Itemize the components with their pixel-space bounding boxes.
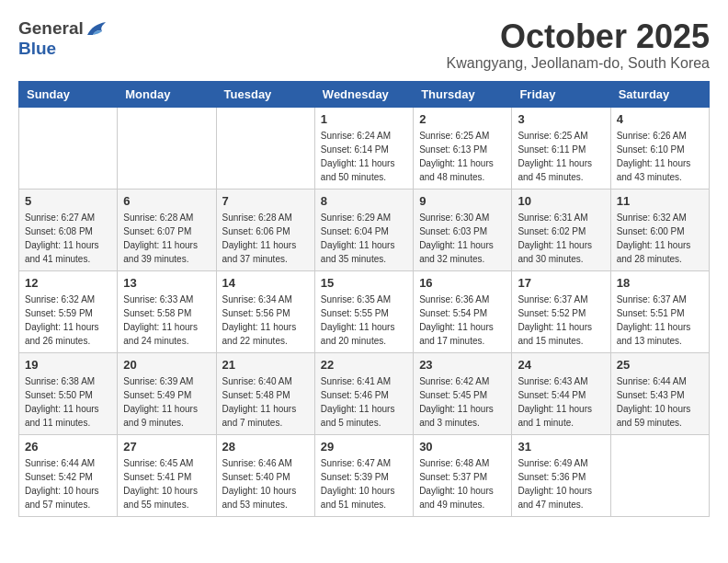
calendar-header-row: SundayMondayTuesdayWednesdayThursdayFrid…	[19, 81, 710, 107]
calendar-cell: 18Sunrise: 6:37 AM Sunset: 5:51 PM Dayli…	[610, 270, 709, 352]
day-number: 26	[25, 440, 111, 454]
day-info: Sunrise: 6:38 AM Sunset: 5:50 PM Dayligh…	[25, 374, 111, 430]
calendar-cell: 24Sunrise: 6:43 AM Sunset: 5:44 PM Dayli…	[512, 352, 610, 434]
day-info: Sunrise: 6:40 AM Sunset: 5:48 PM Dayligh…	[222, 374, 309, 430]
day-number: 12	[25, 276, 111, 290]
day-info: Sunrise: 6:26 AM Sunset: 6:10 PM Dayligh…	[617, 129, 703, 184]
day-number: 11	[617, 194, 703, 208]
day-number: 6	[123, 194, 210, 208]
day-number: 8	[321, 194, 407, 208]
day-info: Sunrise: 6:32 AM Sunset: 5:59 PM Dayligh…	[25, 293, 111, 348]
day-number: 4	[617, 112, 703, 126]
calendar-cell	[118, 107, 216, 189]
day-info: Sunrise: 6:48 AM Sunset: 5:37 PM Dayligh…	[419, 456, 506, 511]
logo-blue-text: Blue	[18, 39, 56, 59]
day-number: 25	[617, 358, 703, 372]
day-number: 16	[419, 276, 506, 290]
day-info: Sunrise: 6:37 AM Sunset: 5:51 PM Dayligh…	[617, 293, 703, 348]
day-number: 29	[321, 440, 407, 454]
day-info: Sunrise: 6:27 AM Sunset: 6:08 PM Dayligh…	[25, 211, 111, 266]
calendar-cell: 5Sunrise: 6:27 AM Sunset: 6:08 PM Daylig…	[19, 189, 118, 270]
calendar-header-sunday: Sunday	[19, 81, 118, 107]
day-number: 20	[123, 358, 210, 372]
day-info: Sunrise: 6:44 AM Sunset: 5:43 PM Dayligh…	[617, 374, 703, 430]
calendar-cell: 14Sunrise: 6:34 AM Sunset: 5:56 PM Dayli…	[216, 270, 314, 352]
calendar-cell: 10Sunrise: 6:31 AM Sunset: 6:02 PM Dayli…	[512, 189, 610, 270]
day-number: 7	[222, 194, 309, 208]
day-number: 30	[419, 440, 506, 454]
calendar-header-thursday: Thursday	[414, 81, 512, 107]
title-area: October 2025 Kwangyang, Jeollanam-do, So…	[447, 18, 710, 72]
day-number: 2	[419, 112, 506, 126]
calendar-table: SundayMondayTuesdayWednesdayThursdayFrid…	[18, 81, 710, 517]
calendar-cell: 26Sunrise: 6:44 AM Sunset: 5:42 PM Dayli…	[19, 434, 118, 516]
logo: General Blue	[18, 18, 106, 59]
day-info: Sunrise: 6:37 AM Sunset: 5:52 PM Dayligh…	[518, 293, 604, 348]
day-number: 22	[321, 358, 407, 372]
day-number: 9	[419, 194, 506, 208]
day-number: 14	[222, 276, 309, 290]
day-info: Sunrise: 6:25 AM Sunset: 6:13 PM Dayligh…	[419, 129, 506, 184]
day-number: 23	[419, 358, 506, 372]
calendar-cell: 8Sunrise: 6:29 AM Sunset: 6:04 PM Daylig…	[314, 189, 413, 270]
calendar-cell: 31Sunrise: 6:49 AM Sunset: 5:36 PM Dayli…	[512, 434, 610, 516]
day-number: 13	[123, 276, 210, 290]
day-info: Sunrise: 6:46 AM Sunset: 5:40 PM Dayligh…	[222, 456, 309, 511]
calendar-cell: 21Sunrise: 6:40 AM Sunset: 5:48 PM Dayli…	[216, 352, 314, 434]
day-number: 28	[222, 440, 309, 454]
logo-bird-icon	[85, 20, 106, 37]
day-info: Sunrise: 6:44 AM Sunset: 5:42 PM Dayligh…	[25, 456, 111, 511]
day-info: Sunrise: 6:39 AM Sunset: 5:49 PM Dayligh…	[123, 374, 210, 430]
calendar-cell: 16Sunrise: 6:36 AM Sunset: 5:54 PM Dayli…	[414, 270, 512, 352]
calendar-cell: 28Sunrise: 6:46 AM Sunset: 5:40 PM Dayli…	[216, 434, 314, 516]
day-number: 19	[25, 358, 111, 372]
calendar-week-row: 1Sunrise: 6:24 AM Sunset: 6:14 PM Daylig…	[19, 107, 710, 189]
day-info: Sunrise: 6:32 AM Sunset: 6:00 PM Dayligh…	[617, 211, 703, 266]
calendar-cell	[610, 434, 709, 516]
calendar-cell: 15Sunrise: 6:35 AM Sunset: 5:55 PM Dayli…	[314, 270, 413, 352]
day-info: Sunrise: 6:33 AM Sunset: 5:58 PM Dayligh…	[123, 293, 210, 348]
day-info: Sunrise: 6:45 AM Sunset: 5:41 PM Dayligh…	[123, 456, 210, 511]
day-info: Sunrise: 6:24 AM Sunset: 6:14 PM Dayligh…	[321, 129, 407, 184]
day-info: Sunrise: 6:28 AM Sunset: 6:06 PM Dayligh…	[222, 211, 309, 266]
calendar-cell: 30Sunrise: 6:48 AM Sunset: 5:37 PM Dayli…	[414, 434, 512, 516]
day-info: Sunrise: 6:31 AM Sunset: 6:02 PM Dayligh…	[518, 211, 604, 266]
day-info: Sunrise: 6:49 AM Sunset: 5:36 PM Dayligh…	[518, 456, 604, 511]
day-number: 17	[518, 276, 604, 290]
day-number: 18	[617, 276, 703, 290]
calendar-cell	[19, 107, 118, 189]
day-info: Sunrise: 6:29 AM Sunset: 6:04 PM Dayligh…	[321, 211, 407, 266]
calendar-cell: 22Sunrise: 6:41 AM Sunset: 5:46 PM Dayli…	[314, 352, 413, 434]
page-header: General Blue October 2025 Kwangyang, Jeo…	[18, 18, 710, 72]
day-number: 24	[518, 358, 604, 372]
day-number: 21	[222, 358, 309, 372]
calendar-cell: 19Sunrise: 6:38 AM Sunset: 5:50 PM Dayli…	[19, 352, 118, 434]
day-info: Sunrise: 6:25 AM Sunset: 6:11 PM Dayligh…	[518, 129, 604, 184]
day-info: Sunrise: 6:30 AM Sunset: 6:03 PM Dayligh…	[419, 211, 506, 266]
calendar-cell: 4Sunrise: 6:26 AM Sunset: 6:10 PM Daylig…	[610, 107, 709, 189]
calendar-cell: 23Sunrise: 6:42 AM Sunset: 5:45 PM Dayli…	[414, 352, 512, 434]
calendar-cell: 3Sunrise: 6:25 AM Sunset: 6:11 PM Daylig…	[512, 107, 610, 189]
day-info: Sunrise: 6:28 AM Sunset: 6:07 PM Dayligh…	[123, 211, 210, 266]
day-info: Sunrise: 6:36 AM Sunset: 5:54 PM Dayligh…	[419, 293, 506, 348]
calendar-cell: 7Sunrise: 6:28 AM Sunset: 6:06 PM Daylig…	[216, 189, 314, 270]
calendar-cell: 2Sunrise: 6:25 AM Sunset: 6:13 PM Daylig…	[414, 107, 512, 189]
calendar-week-row: 5Sunrise: 6:27 AM Sunset: 6:08 PM Daylig…	[19, 189, 710, 270]
calendar-cell: 17Sunrise: 6:37 AM Sunset: 5:52 PM Dayli…	[512, 270, 610, 352]
calendar-header-friday: Friday	[512, 81, 610, 107]
calendar-cell: 25Sunrise: 6:44 AM Sunset: 5:43 PM Dayli…	[610, 352, 709, 434]
calendar-week-row: 19Sunrise: 6:38 AM Sunset: 5:50 PM Dayli…	[19, 352, 710, 434]
day-number: 5	[25, 194, 111, 208]
day-info: Sunrise: 6:41 AM Sunset: 5:46 PM Dayligh…	[321, 374, 407, 430]
calendar-cell: 13Sunrise: 6:33 AM Sunset: 5:58 PM Dayli…	[118, 270, 216, 352]
logo-general-text: General	[18, 18, 84, 39]
day-number: 31	[518, 440, 604, 454]
calendar-cell: 27Sunrise: 6:45 AM Sunset: 5:41 PM Dayli…	[118, 434, 216, 516]
day-number: 10	[518, 194, 604, 208]
calendar-cell: 6Sunrise: 6:28 AM Sunset: 6:07 PM Daylig…	[118, 189, 216, 270]
day-info: Sunrise: 6:47 AM Sunset: 5:39 PM Dayligh…	[321, 456, 407, 511]
calendar-cell: 20Sunrise: 6:39 AM Sunset: 5:49 PM Dayli…	[118, 352, 216, 434]
day-info: Sunrise: 6:43 AM Sunset: 5:44 PM Dayligh…	[518, 374, 604, 430]
day-info: Sunrise: 6:34 AM Sunset: 5:56 PM Dayligh…	[222, 293, 309, 348]
day-number: 15	[321, 276, 407, 290]
